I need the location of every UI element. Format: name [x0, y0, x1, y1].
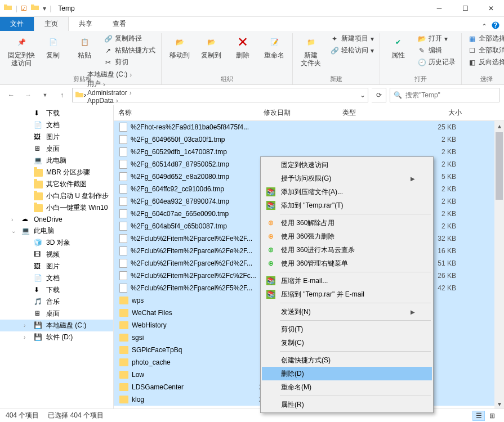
select-none-button[interactable]: ☐全部取消 [466, 45, 504, 56]
expand-icon[interactable]: ⌄ [11, 228, 18, 234]
scroll-thumb[interactable] [496, 132, 503, 200]
details-view-button[interactable]: ☰ [472, 411, 485, 421]
icons-view-button[interactable]: ⊞ [486, 411, 498, 421]
cut-button[interactable]: ✂剪切 [102, 57, 157, 68]
select-all-button[interactable]: ▦全部选择 [466, 33, 504, 44]
breadcrumb-item[interactable]: 本地磁盘 (C:)› [86, 70, 135, 79]
menu-item[interactable]: ⊕使用 360管理右键菜单 [262, 257, 432, 270]
menu-item[interactable]: 📚压缩并 E-mail... [262, 274, 432, 288]
tab-share[interactable]: 共享 [69, 17, 102, 31]
refresh-button[interactable]: ⟳ [372, 88, 386, 102]
tree-item[interactable]: 🧊3D 对象 [0, 237, 113, 249]
tree-item[interactable]: 小白一键重装 Win10 [0, 202, 113, 214]
copy-button[interactable]: 📄复制 [39, 33, 66, 59]
expand-icon[interactable]: › [11, 217, 18, 223]
tree-item[interactable]: ›💾本地磁盘 (C:) [0, 320, 113, 331]
col-date[interactable]: 修改日期 [259, 108, 338, 118]
tree-item[interactable]: 🖼图片 [0, 131, 113, 143]
easy-access-button[interactable]: 🔗轻松访问 ▾ [329, 45, 375, 56]
col-size[interactable]: 大小 [410, 108, 466, 118]
scroll-down-icon[interactable]: ▾ [494, 399, 504, 408]
menu-item[interactable]: 📚添加到压缩文件(A)... [262, 185, 432, 199]
address-bar[interactable]: › 本地磁盘 (C:)›用户›Administrator›AppData›Loc… [72, 88, 368, 102]
rename-button[interactable]: 📝重命名 [261, 33, 288, 59]
tree-item[interactable]: 🖥桌面 [0, 308, 113, 320]
tree-item[interactable]: MBR 分区步骤 [0, 167, 113, 178]
breadcrumb-item[interactable]: Administrator› [86, 89, 135, 97]
recent-dropdown[interactable]: ▼ [38, 88, 52, 102]
search-input[interactable]: 🔍 搜索"Temp" [390, 88, 499, 102]
up-button[interactable]: ↑ [55, 88, 69, 102]
tree-item[interactable]: ⬇下载 [0, 107, 113, 119]
menu-item[interactable]: 复制(C) [262, 336, 432, 349]
scrollbar[interactable]: ▴ ▾ [494, 121, 504, 408]
chevron-icon[interactable]: › [127, 89, 134, 97]
tree-item[interactable]: 其它软件截图 [0, 178, 113, 190]
menu-item[interactable]: ⊕使用 360强力删除 [262, 230, 432, 243]
file-row[interactable]: %2Fhot-res%2Fa9d181ba0e5f8475f4...25 KB [114, 121, 504, 133]
close-button[interactable]: ✕ [478, 0, 504, 17]
open-button[interactable]: 📂打开 ▾ [416, 33, 457, 44]
tree-item[interactable]: ⌄💻此电脑 [0, 225, 113, 237]
paste-shortcut-button[interactable]: ↗粘贴快捷方式 [102, 45, 157, 56]
tab-file[interactable]: 文件 [0, 17, 34, 31]
chevron-icon[interactable]: › [127, 71, 134, 79]
breadcrumb-item[interactable]: 用户› [86, 79, 135, 89]
col-type[interactable]: 类型 [338, 108, 410, 118]
forward-button[interactable]: → [21, 88, 35, 102]
tree-item[interactable]: 🎞视频 [0, 249, 113, 261]
scroll-up-icon[interactable]: ▴ [494, 121, 504, 131]
properties-button[interactable]: ✔属性 [385, 33, 412, 59]
tree-item[interactable]: 💻此电脑 [0, 155, 113, 167]
menu-item[interactable]: ⊕使用 360进行木马云查杀 [262, 243, 432, 257]
qat-check-icon[interactable]: ☑ [21, 5, 27, 12]
expand-icon[interactable]: › [24, 322, 30, 329]
copy-path-button[interactable]: 🔗复制路径 [102, 33, 157, 44]
file-row[interactable]: %2Fg_6049650f_03ca00f1.tmp2 KB [114, 133, 504, 146]
paste-button[interactable]: 📋粘贴 [71, 33, 98, 59]
moveto-button[interactable]: 📂移动到 [166, 33, 193, 59]
col-name[interactable]: 名称 [114, 108, 259, 118]
column-headers[interactable]: 名称 修改日期 类型 大小 [114, 105, 504, 121]
tree-item[interactable]: 🖼图片 [0, 261, 113, 272]
tree-item[interactable]: 🎵音乐 [0, 296, 113, 308]
menu-item[interactable]: 重命名(M) [262, 380, 432, 394]
menu-item[interactable]: 创建快捷方式(S) [262, 353, 432, 367]
menu-item[interactable]: 授予访问权限(G)▶ [262, 172, 432, 185]
invert-button[interactable]: ◧反向选择 [466, 57, 504, 68]
tree-item[interactable]: ⬇下载 [0, 284, 113, 296]
maximize-button[interactable]: ☐ [452, 0, 478, 17]
tab-home[interactable]: 主页 [34, 16, 69, 31]
collapse-ribbon-icon[interactable]: ⌃ [481, 23, 487, 30]
menu-item[interactable]: 固定到快速访问 [262, 158, 432, 172]
nav-tree[interactable]: ⬇下载📄文档🖼图片🖥桌面💻此电脑MBR 分区步骤其它软件截图小白启动 U 盘制作… [0, 105, 114, 408]
newfolder-button[interactable]: 📁新建 文件夹 [297, 33, 324, 68]
history-button[interactable]: 🕘历史记录 [416, 57, 457, 68]
delete-button[interactable]: ✕删除 [229, 33, 256, 59]
copyto-button[interactable]: 📂复制到 [198, 33, 225, 59]
tree-item[interactable]: 小白启动 U 盘制作步 [0, 190, 113, 202]
edit-button[interactable]: ✎编辑 [416, 45, 457, 56]
tree-item[interactable]: 📄文档 [0, 119, 113, 131]
menu-item[interactable]: 删除(D) [262, 367, 432, 380]
tree-item[interactable]: 🖥桌面 [0, 143, 113, 155]
menu-item[interactable]: ⊕使用 360解除占用 [262, 216, 432, 230]
tree-item[interactable]: ›💾软件 (D:) [0, 331, 113, 343]
chevron-icon[interactable]: › [114, 97, 121, 105]
menu-item[interactable]: 发送到(N)▶ [262, 305, 432, 318]
pin-button[interactable]: 📌固定到快 速访问 [8, 33, 35, 68]
menu-item[interactable]: 📚压缩到 "Temp.rar" 并 E-mail [262, 288, 432, 301]
menu-item[interactable]: 📚添加到 "Temp.rar"(T) [262, 199, 432, 212]
help-icon[interactable]: ? [492, 21, 499, 31]
tree-item[interactable]: 📄文档 [0, 272, 113, 284]
back-button[interactable]: ← [5, 88, 18, 102]
new-item-button[interactable]: ✦新建项目 ▾ [329, 33, 375, 44]
minimize-button[interactable]: ─ [426, 0, 452, 17]
qat-folder-icon[interactable] [30, 3, 39, 14]
tree-item[interactable]: ›☁OneDrive [0, 214, 113, 225]
expand-icon[interactable]: › [24, 334, 30, 340]
breadcrumb-item[interactable]: AppData› [86, 97, 135, 105]
address-dropdown-icon[interactable]: ⌄ [360, 91, 365, 99]
menu-item[interactable]: 属性(R) [262, 398, 432, 411]
chevron-icon[interactable]: › [101, 80, 108, 88]
